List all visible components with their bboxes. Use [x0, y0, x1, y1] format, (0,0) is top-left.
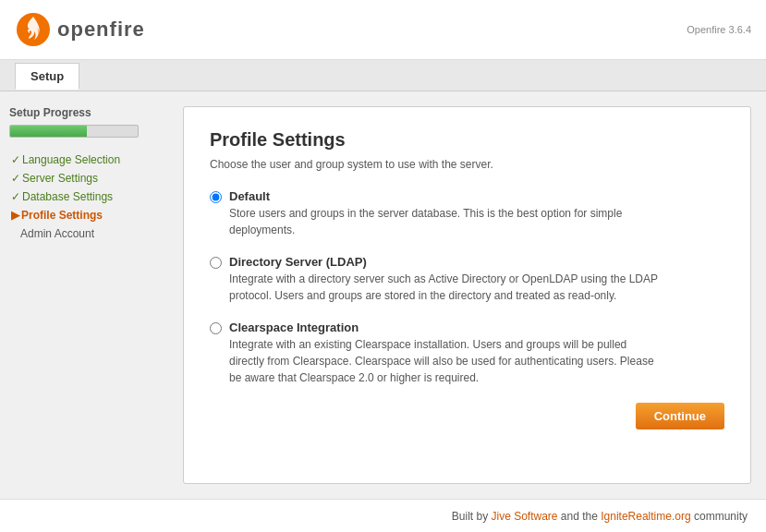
- header: openfire Openfire 3.6.4: [0, 0, 766, 60]
- navbar: Setup: [0, 60, 766, 91]
- option-clearspace: Clearspace Integration Integrate with an…: [210, 320, 724, 386]
- setup-tab[interactable]: Setup: [15, 63, 79, 90]
- sidebar: Setup Progress ✓Language Selection ✓Serv…: [0, 91, 176, 499]
- main-panel: Profile Settings Choose the user and gro…: [176, 91, 766, 499]
- content: Setup Progress ✓Language Selection ✓Serv…: [0, 91, 766, 499]
- sidebar-item-server[interactable]: ✓Server Settings: [9, 169, 166, 187]
- continue-button[interactable]: Continue: [636, 403, 724, 429]
- logo-area: openfire: [15, 11, 145, 48]
- option-ldap: Directory Server (LDAP) Integrate with a…: [210, 255, 724, 304]
- sidebar-item-database[interactable]: ✓Database Settings: [9, 187, 166, 206]
- option-clearspace-radio[interactable]: [210, 322, 222, 334]
- option-default: Default Store users and groups in the se…: [210, 189, 724, 238]
- page-title: Profile Settings: [210, 129, 724, 151]
- jive-software-link[interactable]: Jive Software: [492, 510, 558, 523]
- option-clearspace-title[interactable]: Clearspace Integration: [229, 320, 359, 334]
- progress-label: Setup Progress: [9, 106, 166, 119]
- option-clearspace-content: Clearspace Integration Integrate with an…: [229, 320, 663, 386]
- check-icon-server: ✓: [11, 172, 20, 185]
- option-default-radio[interactable]: [210, 191, 222, 203]
- option-ldap-title[interactable]: Directory Server (LDAP): [229, 255, 367, 269]
- version-text: Openfire 3.6.4: [687, 24, 751, 35]
- check-icon-language: ✓: [11, 153, 20, 166]
- option-default-content: Default Store users and groups in the se…: [229, 189, 663, 238]
- sidebar-item-admin[interactable]: Admin Account: [9, 224, 166, 243]
- logo-text: openfire: [57, 18, 145, 42]
- progress-bar: [9, 125, 139, 138]
- option-default-title[interactable]: Default: [229, 189, 270, 203]
- check-icon-database: ✓: [11, 190, 20, 203]
- sidebar-item-profile[interactable]: ▶Profile Settings: [9, 206, 166, 224]
- progress-bar-fill: [10, 126, 87, 137]
- openfire-logo-icon: [15, 11, 52, 48]
- igniterealtime-link[interactable]: IgniteRealtime.org: [601, 510, 690, 523]
- sidebar-item-language[interactable]: ✓Language Selection: [9, 151, 166, 169]
- page-subtitle: Choose the user and group system to use …: [210, 158, 724, 171]
- option-default-desc: Store users and groups in the server dat…: [229, 205, 663, 238]
- option-ldap-content: Directory Server (LDAP) Integrate with a…: [229, 255, 663, 304]
- option-clearspace-desc: Integrate with an existing Clearspace in…: [229, 336, 663, 386]
- arrow-icon-profile: ▶: [11, 209, 19, 222]
- option-ldap-radio[interactable]: [210, 257, 222, 269]
- option-ldap-desc: Integrate with a directory server such a…: [229, 271, 663, 304]
- footer-text: Built by Jive Software and the IgniteRea…: [452, 510, 748, 523]
- card: Profile Settings Choose the user and gro…: [183, 106, 751, 484]
- continue-row: Continue: [210, 403, 724, 429]
- footer: Built by Jive Software and the IgniteRea…: [0, 499, 766, 532]
